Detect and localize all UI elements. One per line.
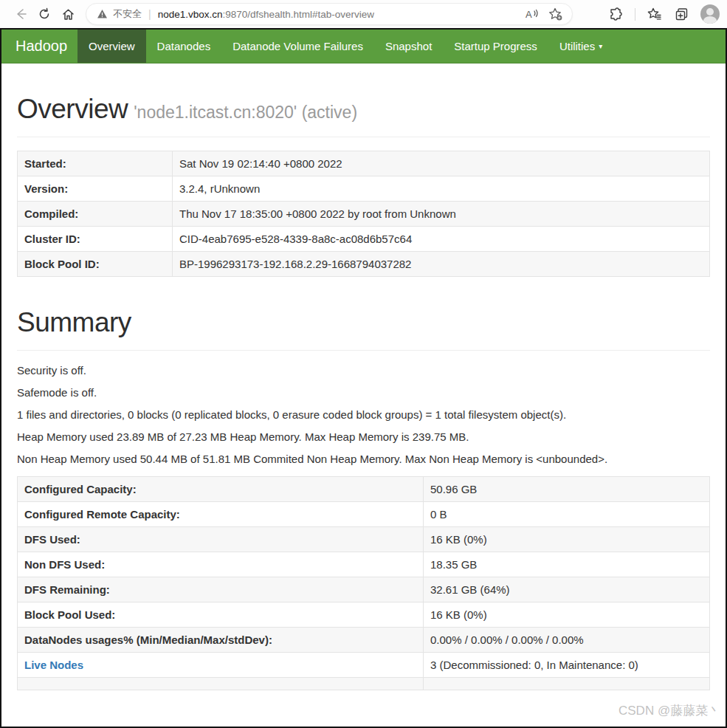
toolbar-divider [635,8,635,21]
row-label: Configured Capacity: [18,477,424,502]
summary-line: Security is off. [17,363,710,378]
live-nodes-link[interactable]: Live Nodes [24,659,83,671]
row-value: 3 (Decommissioned: 0, In Maintenance: 0) [424,653,710,678]
nav-link-utilities[interactable]: Utilities▾ [548,30,613,63]
row-label: DataNodes usages% (Min/Median/Max/stdDev… [18,628,424,653]
row-label: DFS Remaining: [18,577,424,602]
row-label: Live Nodes [18,653,424,678]
url-text: node1.vbox.cn:9870/dfshealth.html#tab-ov… [158,9,374,20]
row-value: 3.2.4, rUnknown [173,176,710,202]
security-label: 不安全 [113,7,142,21]
table-row: Configured Remote Capacity:0 B [18,502,710,527]
page-frame: Hadoop OverviewDatanodesDatanode Volume … [0,28,727,728]
section-divider [17,350,710,351]
summary-line: Heap Memory used 23.89 MB of 27.23 MB He… [17,430,710,444]
nav-link-datanodes[interactable]: Datanodes [146,30,222,63]
summary-heading: Summary [17,307,710,338]
row-value: 50.96 GB [424,477,710,502]
row-label: Started: [18,151,173,176]
nav-link-snapshot[interactable]: Snapshot [374,30,443,63]
address-bar[interactable]: 不安全 | node1.vbox.cn:9870/dfshealth.html#… [86,3,573,25]
nav-item-datanode-volume-failures: Datanode Volume Failures [221,30,374,63]
row-value: CID-4eab7695-e528-4339-8a8c-ac08d6b57c64 [173,227,710,252]
hadoop-brand[interactable]: Hadoop [1,30,77,63]
row-label: Compiled: [18,202,173,227]
summary-table: Configured Capacity:50.96 GBConfigured R… [17,476,710,690]
table-row: Cluster ID:CID-4eab7695-e528-4339-8a8c-a… [18,227,710,252]
nav-item-startup-progress: Startup Progress [443,30,548,63]
row-value: 0.00% / 0.00% / 0.00% / 0.00% [424,628,710,653]
url-path: :9870/dfshealth.html#tab-overview [222,9,374,20]
add-favorite-icon[interactable] [544,3,568,25]
overview-table: Started:Sat Nov 19 02:14:40 +0800 2022Ve… [17,151,710,277]
row-label: Block Pool Used: [18,602,424,628]
url-host: node1.vbox.cn [158,9,223,20]
collections-icon[interactable] [669,3,693,25]
table-row: DataNodes usages% (Min/Median/Max/stdDev… [18,628,710,653]
table-row: Version:3.2.4, rUnknown [18,176,710,202]
table-row: Compiled:Thu Nov 17 18:35:00 +0800 2022 … [18,202,710,227]
row-label: Version: [18,176,173,202]
favorites-icon[interactable] [643,3,666,25]
nav-link-startup-progress[interactable]: Startup Progress [443,30,548,63]
table-row: Block Pool ID:BP-1996293173-192.168.2.29… [18,252,710,277]
table-row: Live Nodes3 (Decommissioned: 0, In Maint… [18,653,710,678]
row-value: Thu Nov 17 18:35:00 +0800 2022 by root f… [173,202,710,227]
read-aloud-icon[interactable]: A [520,3,544,25]
hadoop-navbar: Hadoop OverviewDatanodesDatanode Volume … [1,30,726,63]
row-value: 18.35 GB [424,552,710,577]
page-content: Overview'node1.itcast.cn:8020' (active) … [1,94,726,690]
chevron-down-icon: ▾ [599,42,602,50]
nav-link-datanode-volume-failures[interactable]: Datanode Volume Failures [221,30,374,63]
overview-heading: Overview'node1.itcast.cn:8020' (active) [17,94,710,125]
refresh-icon[interactable] [32,3,56,25]
overview-title: Overview [17,94,128,124]
table-row: Configured Capacity:50.96 GB [18,477,710,502]
table-row: Block Pool Used:16 KB (0%) [18,602,710,628]
extensions-icon[interactable] [604,3,627,25]
row-value: 16 KB (0%) [424,602,710,628]
not-secure-warning-icon [97,9,108,19]
nav-item-datanodes: Datanodes [146,30,222,63]
row-label: Block Pool ID: [18,252,173,277]
table-row-clipped [18,678,710,690]
summary-line: Non Heap Memory used 50.44 MB of 51.81 M… [17,452,710,467]
row-value: 0 B [424,502,710,527]
summary-line: Safemode is off. [17,385,710,400]
summary-line: 1 files and directories, 0 blocks (0 rep… [17,408,710,422]
profile-avatar[interactable] [700,4,720,24]
table-row: DFS Used:16 KB (0%) [18,527,710,552]
row-value: Sat Nov 19 02:14:40 +0800 2022 [173,151,710,176]
navbar-menu: OverviewDatanodesDatanode Volume Failure… [77,30,613,63]
row-label: Cluster ID: [18,227,173,252]
row-label: Non DFS Used: [18,552,424,577]
summary-paragraphs: Security is off.Safemode is off.1 files … [17,363,710,467]
row-value: BP-1996293173-192.168.2.29-1668794037282 [173,252,710,277]
back-icon[interactable] [9,3,32,25]
table-row: DFS Remaining:32.61 GB (64%) [18,577,710,602]
section-divider [17,137,710,137]
row-value: 16 KB (0%) [424,527,710,552]
nav-item-utilities: Utilities▾ [548,30,613,63]
nav-item-overview: Overview [77,30,146,63]
row-label: DFS Used: [18,527,424,552]
nav-link-overview[interactable]: Overview [77,30,146,63]
row-value: 32.61 GB (64%) [424,577,710,602]
browser-toolbar: 不安全 | node1.vbox.cn:9870/dfshealth.html#… [0,0,727,28]
table-row: Non DFS Used:18.35 GB [18,552,710,577]
omnibox-divider: | [148,8,151,20]
overview-subtitle: 'node1.itcast.cn:8020' (active) [134,103,357,122]
nav-item-snapshot: Snapshot [374,30,443,63]
svg-text:A: A [526,9,532,20]
row-label: Configured Remote Capacity: [18,502,424,527]
home-icon[interactable] [56,3,80,25]
table-row: Started:Sat Nov 19 02:14:40 +0800 2022 [18,151,710,176]
